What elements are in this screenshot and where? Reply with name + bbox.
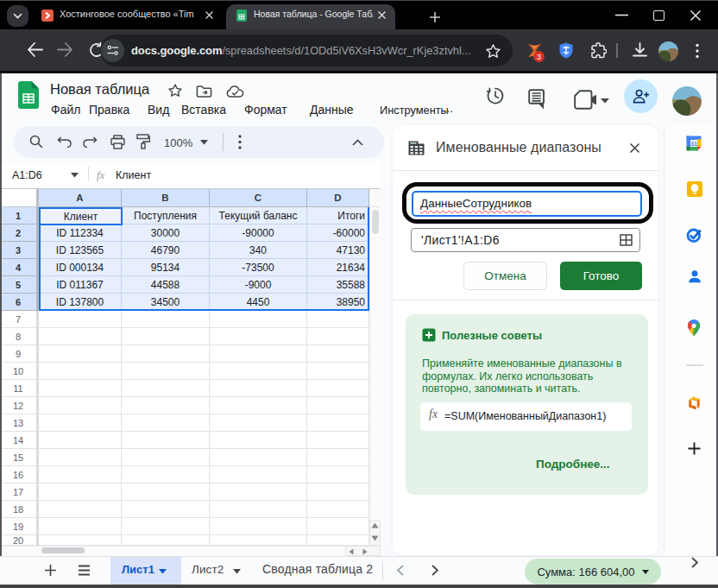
svg-text:31: 31: [690, 140, 697, 148]
